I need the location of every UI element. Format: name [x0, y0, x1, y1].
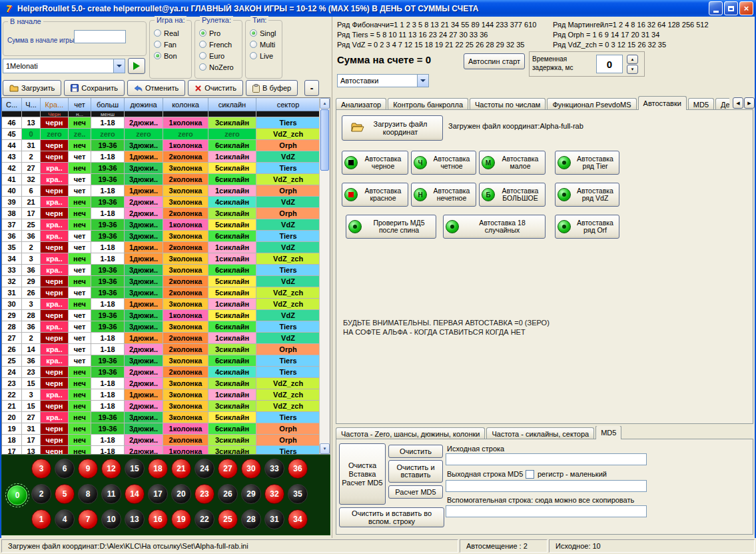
- bet-button-автоставка-нечетное[interactable]: НАвтоставка нечетное: [411, 183, 476, 207]
- bet-button-автоставка-ряд-orf[interactable]: Автоставка ряд Orf: [555, 215, 619, 239]
- board-number-14[interactable]: 14: [125, 484, 145, 504]
- tab-функционал-psevdoms[interactable]: Функционал PsevdoMS: [547, 98, 636, 110]
- tab-scroll-left-button[interactable]: ◀: [733, 97, 743, 109]
- table-row[interactable]: 4227кра..неч19-363дюжи..3колонка5сиклайн…: [2, 163, 330, 174]
- radio-game-real[interactable]: Real: [150, 27, 191, 39]
- profile-combobox[interactable]: 1Melonati: [3, 59, 125, 73]
- md5-calc-button[interactable]: Расчет MD5: [388, 485, 443, 499]
- board-number-31[interactable]: 31: [264, 509, 284, 529]
- board-number-32[interactable]: 32: [264, 484, 284, 504]
- load-button[interactable]: Загрузить: [3, 80, 61, 96]
- board-number-28[interactable]: 28: [241, 509, 261, 529]
- bottom-tab-частота-сиклайны-сектора[interactable]: Частота - сиклайны, сектора: [486, 427, 594, 439]
- table-row[interactable]: 2836кра..чет19-363дюжи..3колонка6сиклайн…: [2, 321, 330, 333]
- bet-button-проверить-мд5-после-спина[interactable]: Проверить МД5 после спина: [346, 215, 436, 239]
- play-button[interactable]: [128, 58, 145, 74]
- table-row[interactable]: 2027кра..неч19-363дюжи..3колонка5сиклайн…: [2, 412, 330, 423]
- tab-контроль-банкролла[interactable]: Контроль банкролла: [388, 98, 468, 110]
- bet-button-автоставка-черное[interactable]: Автоставка черное: [342, 151, 408, 175]
- radio-type-multi[interactable]: Multi: [246, 39, 282, 50]
- board-number-18[interactable]: 18: [148, 459, 168, 479]
- clear-button[interactable]: Очистить: [188, 80, 243, 96]
- md5-clear-paste-button[interactable]: Очистить и вставить: [388, 460, 443, 483]
- collapse-button[interactable]: -: [304, 80, 319, 96]
- board-number-21[interactable]: 21: [171, 459, 191, 479]
- undo-button[interactable]: Отменить: [127, 80, 185, 96]
- delay-spinner-value[interactable]: 0: [596, 55, 623, 73]
- bet-button-автоставка-ряд-tier[interactable]: Автоставка ряд Tier: [555, 151, 619, 175]
- board-number-24[interactable]: 24: [194, 459, 214, 479]
- board-zero[interactable]: 0: [7, 485, 27, 505]
- table-row[interactable]: 4132кра..чет19-363дюжи..2колонка6сиклайн…: [2, 174, 330, 185]
- table-scrollbar[interactable]: ▲ ▼: [319, 98, 330, 454]
- delay-spinner-down[interactable]: ▼: [627, 65, 638, 74]
- radio-roulette-pro[interactable]: Pro: [195, 27, 242, 39]
- board-number-25[interactable]: 25: [218, 509, 238, 529]
- table-row[interactable]: 2423черннеч19-362дюжи..2колонка4сиклайнT…: [2, 367, 330, 378]
- scrollbar-up-arrow[interactable]: ▲: [320, 98, 330, 109]
- buffer-button[interactable]: В буфер: [246, 80, 298, 96]
- board-number-9[interactable]: 9: [78, 459, 98, 479]
- board-number-13[interactable]: 13: [125, 509, 145, 529]
- bottom-tab-md5[interactable]: MD5: [595, 426, 621, 439]
- tab-частоты-по-числам[interactable]: Частоты по числам: [470, 98, 546, 110]
- table-row[interactable]: 4613черннеч1-182дюжи..1колонка3сиклайнTi…: [2, 117, 330, 129]
- combobox-dropdown-button[interactable]: [417, 75, 428, 87]
- radio-game-fan[interactable]: Fan: [150, 39, 191, 50]
- tab-md5[interactable]: MD5: [688, 98, 714, 110]
- table-row[interactable]: 3817черннеч1-182дюжи..2колонка3сиклайнOr…: [2, 208, 330, 219]
- start-sum-input[interactable]: [74, 30, 126, 43]
- minimize-button[interactable]: [709, 1, 723, 15]
- table-row[interactable]: 406чернчет1-181дюжи..3колонка1сиклайнOrp…: [2, 185, 330, 197]
- table-row[interactable]: 2928чернчет19-363дюжи..1колонка5сиклайнV…: [2, 310, 330, 321]
- board-number-36[interactable]: 36: [288, 459, 308, 479]
- combobox-dropdown-button[interactable]: [113, 59, 125, 73]
- board-number-16[interactable]: 16: [148, 509, 168, 529]
- paste-to-helper-button[interactable]: Очистить и вставить во вспом. строку: [339, 507, 444, 527]
- table-row[interactable]: 343кра..неч1-181дюжи..3колонка1сиклайнVd…: [2, 253, 330, 265]
- scrollbar-down-arrow[interactable]: ▼: [320, 443, 330, 454]
- tab-делени[interactable]: Делени: [715, 98, 729, 110]
- radio-roulette-euro[interactable]: Euro: [195, 50, 242, 61]
- md5-combo-action-button[interactable]: Очистка Вставка Расчет MD5: [339, 443, 386, 505]
- table-row[interactable]: 450zeroze..zerozerozerozeroVdZ_zch: [2, 129, 330, 140]
- board-number-20[interactable]: 20: [171, 484, 191, 504]
- table-row[interactable]: 2115черннеч1-182дюжи..3колонка3сиклайнVd…: [2, 401, 330, 412]
- board-number-3[interactable]: 3: [31, 459, 51, 479]
- table-row[interactable]: 3229черннеч19-363дюжи..2колонка5сиклайнV…: [2, 276, 330, 287]
- board-number-27[interactable]: 27: [218, 459, 238, 479]
- bet-button-автоставка-18-случайных[interactable]: Автоставка 18 случайных: [443, 215, 546, 239]
- bet-button-автоставка-малое[interactable]: МАвтоставка малое: [479, 151, 546, 175]
- board-number-15[interactable]: 15: [125, 459, 145, 479]
- table-row[interactable]: 3636кра..чет19-363дюжи..3колонка6сиклайн…: [2, 231, 330, 242]
- table-row[interactable]: 223кра..неч1-181дюжи..3колонка1сиклайнVd…: [2, 389, 330, 401]
- board-number-4[interactable]: 4: [55, 509, 75, 529]
- bottom-tab-частота-zero-шансы-дюжины-колонки[interactable]: Частота - Zero, шансы, дюжины, колонки: [336, 427, 485, 439]
- board-number-17[interactable]: 17: [148, 484, 168, 504]
- tab-scroll-right-button[interactable]: ▶: [744, 97, 755, 109]
- delay-spinner-up[interactable]: ▲: [627, 55, 638, 64]
- table-row[interactable]: 1713черннеч1-182дюжи..1колонка3сиклайнTi…: [2, 446, 330, 455]
- autobets-combobox[interactable]: Автоставки: [337, 74, 429, 87]
- table-row[interactable]: 4431черннеч19-363дюжи..1колонка6сиклайнO…: [2, 140, 330, 151]
- tab-анализатор[interactable]: Анализатор: [336, 98, 386, 110]
- board-number-26[interactable]: 26: [218, 484, 238, 504]
- board-number-12[interactable]: 12: [101, 459, 121, 479]
- lowercase-checkbox[interactable]: [526, 470, 534, 479]
- bet-button-автоставка-четное[interactable]: ЧАвтоставка четное: [411, 151, 476, 175]
- board-number-1[interactable]: 1: [31, 509, 51, 529]
- table-row[interactable]: 3126чернчет19-363дюжи..2колонка5сиклайнV…: [2, 287, 330, 299]
- board-number-11[interactable]: 11: [101, 484, 121, 504]
- table-row[interactable]: 2536кра..чет19-363дюжи..3колонка6сиклайн…: [2, 355, 330, 367]
- table-row[interactable]: 2315черннеч1-182дюжи..3колонка3сиклайнVd…: [2, 378, 330, 389]
- table-row[interactable]: 272чернчет1-181дюжи..2колонка1сиклайнVdZ: [2, 333, 330, 344]
- autospin-start-button[interactable]: Автоспин старт: [464, 53, 525, 69]
- bet-button-автоставка-большое[interactable]: БАвтоставка БОЛЬШОЕ: [479, 183, 546, 207]
- board-number-35[interactable]: 35: [288, 484, 308, 504]
- board-number-19[interactable]: 19: [171, 509, 191, 529]
- radio-game-bon[interactable]: Bon: [150, 50, 191, 61]
- board-number-33[interactable]: 33: [264, 459, 284, 479]
- tab-автоставки[interactable]: Автоставки: [638, 96, 687, 110]
- board-number-2[interactable]: 2: [31, 484, 51, 504]
- bet-button-автоставка-красное[interactable]: Автоставка красное: [342, 183, 408, 207]
